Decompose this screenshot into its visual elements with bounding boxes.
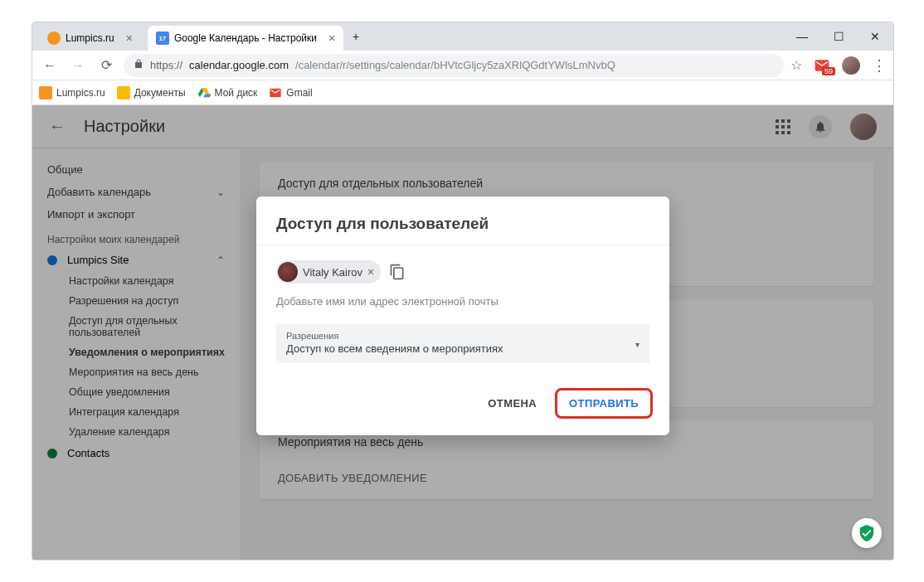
minimize-button[interactable]: — <box>784 22 820 51</box>
bookmark-label: Gmail <box>286 87 312 99</box>
user-chip[interactable]: Vitaly Kairov × <box>276 260 381 284</box>
permissions-select[interactable]: Разрешения Доступ ко всем сведениям о ме… <box>276 324 649 363</box>
bookmark-lumpics[interactable]: Lumpics.ru <box>39 86 105 99</box>
new-tab-button[interactable]: + <box>343 22 368 51</box>
profile-extension-icon[interactable] <box>842 56 860 75</box>
favicon-lumpics <box>47 32 61 45</box>
bookmark-gmail[interactable]: Gmail <box>269 86 312 99</box>
modal-overlay[interactable]: Доступ для пользователей Vitaly Kairov ×… <box>32 105 893 560</box>
bookmarks-bar: Lumpics.ru Документы Мой диск Gmail <box>32 80 893 105</box>
bookmark-label: Lumpics.ru <box>56 87 105 99</box>
tab-label: Google Календарь - Настройки <box>174 32 317 44</box>
bookmark-star-icon[interactable]: ☆ <box>790 57 802 73</box>
bookmark-icon <box>117 86 130 99</box>
url-input[interactable]: https://calendar.google.com/calendar/r/s… <box>124 54 784 77</box>
caret-down-icon: ▾ <box>635 339 640 348</box>
maximize-button[interactable]: ☐ <box>820 22 857 51</box>
gmail-badge: 59 <box>822 67 835 75</box>
chip-row: Vitaly Kairov × <box>276 260 649 284</box>
send-button[interactable]: ОТПРАВИТЬ <box>555 388 653 419</box>
bookmark-label: Документы <box>134 87 186 99</box>
address-bar: ← → ⟳ https://calendar.google.com/calend… <box>32 51 893 80</box>
permissions-value: Доступ ко всем сведениям о мероприятиях <box>286 342 640 355</box>
favicon-gcal: 17 <box>156 32 169 45</box>
dialog-actions: ОТМЕНА ОТПРАВИТЬ <box>256 373 669 435</box>
close-icon[interactable]: × <box>328 32 335 45</box>
gmail-extension-icon[interactable]: 59 <box>814 57 830 74</box>
permissions-label: Разрешения <box>286 331 640 341</box>
browser-window: Lumpics.ru × 17 Google Календарь - Настр… <box>32 22 894 560</box>
titlebar: Lumpics.ru × 17 Google Календарь - Настр… <box>32 22 893 51</box>
url-protocol: https:// <box>150 59 182 71</box>
bookmark-icon <box>269 86 282 99</box>
email-input-hint[interactable]: Добавьте имя или адрес электронной почты <box>276 295 649 308</box>
bookmark-icon <box>197 86 211 99</box>
copy-icon[interactable] <box>389 264 406 280</box>
window-controls: — ☐ ✕ <box>784 22 893 51</box>
back-button[interactable]: ← <box>39 55 61 76</box>
url-domain: calendar.google.com <box>189 59 289 71</box>
dialog-title: Доступ для пользователей <box>256 196 669 245</box>
bookmark-docs[interactable]: Документы <box>117 86 186 99</box>
url-path: /calendar/r/settings/calendar/bHVtcGljcy… <box>295 59 615 71</box>
reload-button[interactable]: ⟳ <box>95 55 117 76</box>
avatar <box>278 262 298 282</box>
dialog-body: Vitaly Kairov × Добавьте имя или адрес э… <box>256 245 669 373</box>
remove-chip-icon[interactable]: × <box>367 265 374 279</box>
bookmark-label: Мой диск <box>215 87 258 99</box>
shield-icon[interactable] <box>852 518 882 548</box>
bookmark-drive[interactable]: Мой диск <box>197 86 258 99</box>
tab-google-calendar[interactable]: 17 Google Календарь - Настройки × <box>148 26 343 51</box>
cancel-button[interactable]: ОТМЕНА <box>476 388 548 419</box>
app-content: ← Настройки Общие Добавить календарь⌄ Им… <box>32 105 893 560</box>
bookmark-icon <box>39 86 52 99</box>
tab-label: Lumpics.ru <box>66 32 114 44</box>
lock-icon <box>134 59 143 71</box>
chrome-menu-icon[interactable]: ⋮ <box>872 56 887 75</box>
forward-button[interactable]: → <box>67 55 89 76</box>
tab-lumpics[interactable]: Lumpics.ru × <box>39 26 141 51</box>
share-dialog: Доступ для пользователей Vitaly Kairov ×… <box>256 196 669 435</box>
address-bar-right: ☆ 59 ⋮ <box>790 56 887 75</box>
close-icon[interactable]: × <box>126 32 133 45</box>
close-button[interactable]: ✕ <box>857 22 893 51</box>
chip-label: Vitaly Kairov <box>303 266 362 279</box>
